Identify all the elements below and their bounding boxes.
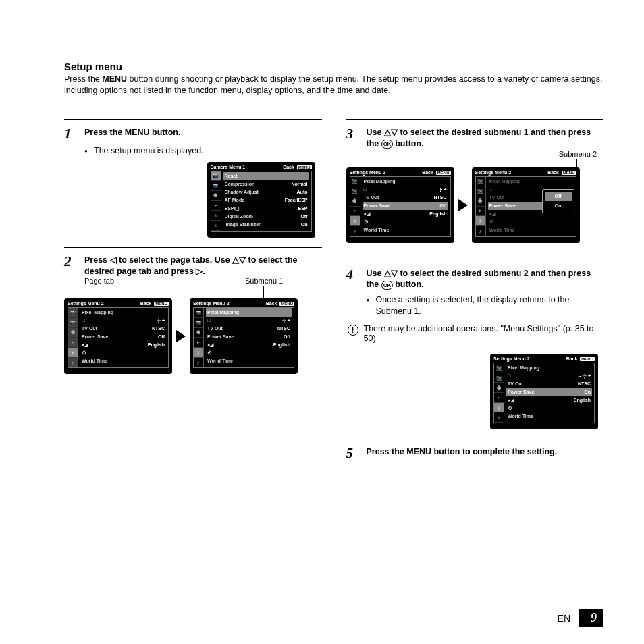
step1-menu: MENU	[125, 128, 150, 137]
camera-screen: Settings Menu 2Back MENU📷📷⯃▸ỿỿPixel Mapp…	[472, 167, 580, 243]
menu-row: AF ModeFace/iESP	[223, 196, 309, 205]
screen-title: Settings Menu 2	[493, 356, 530, 361]
step5-menu: MENU	[406, 447, 431, 456]
menu-row-label: Power Save	[364, 202, 390, 210]
menu-row: TV OutNTSC	[363, 194, 448, 202]
menu-row-value: Off	[284, 333, 290, 341]
step-2: 2 Press ◁ to select the page tabs. Use △…	[64, 254, 322, 277]
menu-row-value: Auto	[297, 188, 308, 196]
menu-row: □-- ·¦· +	[206, 317, 292, 325]
menu-row: ●◢English	[363, 210, 448, 218]
tab-icon: ỿ	[194, 348, 203, 358]
tab-icon: ▸	[68, 338, 78, 348]
note-text: There may be additional operations. "Men…	[364, 324, 604, 343]
menu-row: Pixel Mapping	[506, 364, 592, 372]
intro-menu: MENU	[102, 74, 127, 84]
tab-icon: 📷	[350, 177, 360, 187]
camera-screen: Settings Menu 2Back MENU📷📷⯃▸ỿỿPixel Mapp…	[190, 298, 298, 374]
label-submenu1: Submenu 1	[245, 277, 283, 285]
camera-screen: Settings Menu 2Back MENU📷📷⯃▸ỿỿPixel Mapp…	[346, 167, 454, 243]
step1-b: button.	[150, 128, 181, 137]
tab-icon: ⯃	[476, 196, 485, 207]
camera-screen: Settings Menu 2Back MENU📷📷⯃▸ỿỿPixel Mapp…	[64, 298, 172, 374]
menu-row: World Time	[206, 357, 292, 365]
step-1: 1 Press the MENU button.	[64, 127, 322, 141]
popup-option: Off	[545, 192, 572, 201]
tab-icon: 📷	[211, 171, 221, 182]
menu-row: ●◢English	[206, 341, 292, 349]
menu-row-label: Digital Zoom	[225, 213, 253, 221]
menu-row-label: Pixel Mapping	[364, 178, 396, 186]
tab-icon: 📷	[494, 363, 504, 373]
tab-icon: 📷	[68, 308, 78, 318]
menu-row-label: ●◢	[82, 341, 88, 349]
menu-row: Reset	[223, 172, 309, 180]
step-3: 3 Use △▽ to select the desired submenu 1…	[346, 127, 604, 150]
tab-icon: ▸	[476, 207, 485, 217]
menu-row: □-- ·¦· +	[506, 372, 592, 380]
tab-icon: ▸	[494, 393, 504, 403]
tab-icon: 📷	[194, 318, 203, 328]
menu-row: ⏲	[363, 218, 448, 226]
menu-row: Power SaveOn	[506, 388, 592, 396]
screen-title: Settings Menu 2	[475, 170, 512, 175]
tab-icon: ỿ	[350, 226, 360, 236]
menu-row-label: □	[508, 372, 510, 380]
menu-row-value: NTSC	[152, 325, 165, 333]
menu-row-value: Normal	[291, 180, 307, 188]
section-title: Setup menu	[64, 61, 603, 72]
menu-row: Power SaveOff	[363, 202, 448, 210]
step5-b: button to complete the setting.	[431, 447, 557, 456]
step-number: 5	[346, 446, 360, 460]
tab-icon: ⯃	[350, 196, 360, 207]
menu-row: Pixel Mapping	[206, 308, 292, 317]
tab-icon: ỿ	[476, 216, 485, 226]
menu-row: Pixel Mapping	[363, 178, 448, 186]
menu-row-value: English	[429, 210, 446, 218]
menu-row-value: English	[148, 341, 165, 349]
menu-row: Shadow AdjustAuto	[223, 188, 309, 196]
tab-icon: ỿ	[211, 221, 221, 231]
tab-icon: ▸	[194, 338, 203, 348]
menu-row: TV OutNTSC	[206, 325, 292, 333]
ok-icon: OK	[381, 281, 393, 290]
menu-row: Digital ZoomOff	[223, 213, 309, 221]
tab-icon: 📷	[476, 186, 485, 196]
note: ! There may be additional operations. "M…	[348, 324, 604, 343]
menu-row-label: ⏲	[489, 218, 494, 226]
menu-row-value: NTSC	[433, 194, 446, 202]
menu-row-label: ESP/▢	[225, 205, 240, 213]
menu-row-value: Off	[439, 202, 446, 210]
menu-row-label: □	[207, 317, 210, 325]
menu-row-label: World Time	[82, 357, 107, 365]
menu-row-value: Off	[300, 213, 307, 221]
label-submenu2: Submenu 2	[559, 150, 597, 158]
step3-b: button.	[393, 139, 424, 149]
menu-row: Power SaveOff	[206, 333, 292, 341]
screen-back: Back MENU	[422, 170, 450, 175]
menu-row: Image StabilizerOn	[223, 221, 309, 229]
menu-row-label: TV Out	[364, 194, 379, 202]
menu-row-value: -- ·¦· +	[153, 317, 165, 325]
menu-row: World Time	[506, 412, 592, 421]
menu-row-label: ●◢	[508, 396, 514, 404]
menu-row-label: TV Out	[207, 325, 223, 333]
tab-icon: 📷	[194, 308, 203, 318]
intro-b: button during shooting or playback to di…	[64, 74, 602, 95]
tab-icon: ỿ	[494, 403, 504, 413]
menu-row-value: -- ·¦· +	[434, 186, 447, 194]
tab-icon: 📷	[494, 373, 504, 383]
tab-icon: ỿ	[476, 226, 485, 236]
menu-row-value: -- ·¦· +	[579, 372, 591, 380]
tab-icon: ỿ	[350, 216, 360, 226]
menu-row: Pixel Mapping	[488, 178, 574, 186]
menu-row: □-- ·¦· +	[363, 186, 448, 194]
tab-icon: ⯃	[494, 383, 504, 393]
tab-icon: 📷	[350, 186, 360, 196]
ok-icon: OK	[381, 140, 393, 149]
menu-row-label: ⏲	[364, 218, 369, 226]
menu-row: Power SaveOff	[80, 333, 166, 341]
footer-lang: EN	[558, 613, 570, 624]
submenu-popup: OffOn	[542, 189, 574, 213]
menu-row-label: Pixel Mapping	[508, 364, 539, 372]
